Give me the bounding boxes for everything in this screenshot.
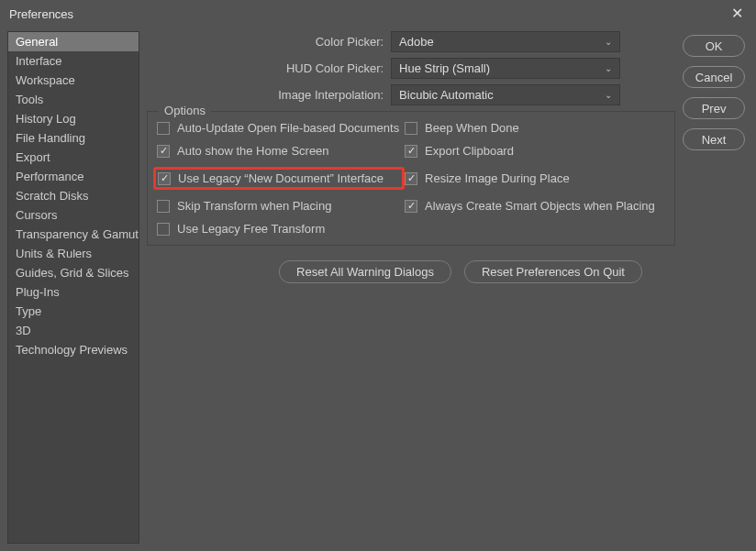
sidebar-item[interactable]: Guides, Grid & Slices xyxy=(8,263,139,282)
options-grid: Auto-Update Open File-based DocumentsBee… xyxy=(157,121,665,236)
checkbox-icon: ✓ xyxy=(405,200,417,213)
hud-color-picker-value: Hue Strip (Small) xyxy=(399,61,490,75)
sidebar-item-label: Performance xyxy=(16,170,83,183)
option-label: Export Clipboard xyxy=(425,144,514,158)
chevron-down-icon: ⌄ xyxy=(605,90,612,100)
sidebar-item[interactable]: Interface xyxy=(8,51,139,71)
option-checkbox[interactable]: Use Legacy Free Transform xyxy=(157,222,405,236)
cancel-button[interactable]: Cancel xyxy=(683,66,745,88)
sidebar-item[interactable]: Scratch Disks xyxy=(8,186,139,205)
sidebar-item[interactable]: File Handling xyxy=(8,128,139,148)
checkbox-icon: ✓ xyxy=(405,172,417,185)
sidebar-item[interactable]: Performance xyxy=(8,167,139,186)
sidebar-item[interactable]: Workspace xyxy=(8,71,139,90)
sidebar-item[interactable]: Technology Previews xyxy=(8,340,139,359)
sidebar-item-label: Scratch Disks xyxy=(16,189,88,203)
image-interpolation-value: Bicubic Automatic xyxy=(399,88,494,102)
sidebar-item-label: Technology Previews xyxy=(16,343,128,357)
sidebar-item-label: Cursors xyxy=(16,208,58,222)
prev-button[interactable]: Prev xyxy=(683,97,745,119)
option-checkbox[interactable]: Skip Transform when Placing xyxy=(157,199,405,213)
sidebar-item-label: Workspace xyxy=(16,73,75,87)
chevron-down-icon: ⌄ xyxy=(605,37,612,47)
option-label: Always Create Smart Objects when Placing xyxy=(425,199,655,213)
chevron-down-icon: ⌄ xyxy=(605,63,612,73)
sidebar-item[interactable]: Transparency & Gamut xyxy=(8,225,139,244)
color-picker-row: Color Picker: Adobe ⌄ xyxy=(145,31,675,52)
options-legend: Options xyxy=(159,104,211,117)
category-sidebar: GeneralInterfaceWorkspaceToolsHistory Lo… xyxy=(7,31,139,544)
hud-color-picker-row: HUD Color Picker: Hue Strip (Small) ⌄ xyxy=(145,58,675,79)
sidebar-item-label: Plug-Ins xyxy=(16,285,60,299)
sidebar-item-label: Type xyxy=(16,304,41,318)
checkbox-icon xyxy=(157,200,170,213)
hud-color-picker-select[interactable]: Hue Strip (Small) ⌄ xyxy=(391,58,620,79)
checkbox-icon xyxy=(157,223,170,236)
image-interpolation-row: Image Interpolation: Bicubic Automatic ⌄ xyxy=(145,84,675,105)
sidebar-item-label: Transparency & Gamut xyxy=(16,227,139,241)
window-title: Preferences xyxy=(9,7,73,21)
sidebar-item[interactable]: History Log xyxy=(8,109,139,128)
hud-color-picker-label: HUD Color Picker: xyxy=(145,61,384,75)
option-checkbox[interactable]: ✓Always Create Smart Objects when Placin… xyxy=(405,199,665,213)
checkbox-icon: ✓ xyxy=(157,145,170,158)
option-label: Skip Transform when Placing xyxy=(177,199,331,213)
option-label: Auto-Update Open File-based Documents xyxy=(177,121,399,135)
sidebar-item[interactable]: General xyxy=(8,32,139,51)
option-checkbox[interactable]: ✓Use Legacy “New Document” Interface xyxy=(153,167,405,190)
sidebar-item-label: Units & Rulers xyxy=(16,247,92,260)
next-button[interactable]: Next xyxy=(683,128,745,150)
close-icon[interactable]: ✕ xyxy=(731,6,743,21)
options-fieldset: Options Auto-Update Open File-based Docu… xyxy=(147,111,675,246)
image-interpolation-label: Image Interpolation: xyxy=(145,88,384,102)
sidebar-item-label: 3D xyxy=(16,324,31,337)
option-label: Use Legacy Free Transform xyxy=(177,222,325,236)
checkbox-icon xyxy=(405,122,417,135)
sidebar-item-label: History Log xyxy=(16,112,76,126)
sidebar-item-label: File Handling xyxy=(16,131,85,145)
sidebar-item-label: Guides, Grid & Slices xyxy=(16,266,129,280)
sidebar-item[interactable]: Cursors xyxy=(8,205,139,225)
sidebar-item[interactable]: Export xyxy=(8,148,139,167)
option-label: Auto show the Home Screen xyxy=(177,144,328,158)
titlebar: Preferences ✕ xyxy=(0,0,756,28)
sidebar-item-label: Tools xyxy=(16,93,43,106)
bottom-button-row: Reset All Warning Dialogs Reset Preferen… xyxy=(279,260,675,283)
option-label: Use Legacy “New Document” Interface xyxy=(178,171,384,185)
sidebar-item-label: General xyxy=(16,35,58,49)
sidebar-item[interactable]: Plug-Ins xyxy=(8,282,139,302)
dialog-body: GeneralInterfaceWorkspaceToolsHistory Lo… xyxy=(0,28,756,551)
dialog-buttons: OK Cancel Prev Next xyxy=(679,31,749,544)
color-picker-label: Color Picker: xyxy=(145,35,384,49)
sidebar-item[interactable]: Type xyxy=(8,302,139,321)
option-checkbox[interactable]: ✓Resize Image During Place xyxy=(405,167,665,190)
option-label: Resize Image During Place xyxy=(425,171,570,185)
option-checkbox[interactable]: ✓Export Clipboard xyxy=(405,144,665,158)
main-panel: Color Picker: Adobe ⌄ HUD Color Picker: … xyxy=(139,31,679,544)
color-picker-select[interactable]: Adobe ⌄ xyxy=(391,31,620,52)
reset-prefs-button[interactable]: Reset Preferences On Quit xyxy=(464,260,642,283)
sidebar-item-label: Export xyxy=(16,150,50,164)
option-checkbox[interactable]: Beep When Done xyxy=(405,121,665,135)
checkbox-icon: ✓ xyxy=(405,145,417,158)
ok-button[interactable]: OK xyxy=(683,35,745,57)
sidebar-item[interactable]: Tools xyxy=(8,90,139,109)
sidebar-item-label: Interface xyxy=(16,54,62,68)
option-checkbox[interactable]: ✓Auto show the Home Screen xyxy=(157,144,405,158)
color-picker-value: Adobe xyxy=(399,35,434,49)
checkbox-icon: ✓ xyxy=(158,172,171,185)
reset-warnings-button[interactable]: Reset All Warning Dialogs xyxy=(279,260,451,283)
image-interpolation-select[interactable]: Bicubic Automatic ⌄ xyxy=(391,84,620,105)
sidebar-item[interactable]: Units & Rulers xyxy=(8,244,139,263)
sidebar-item[interactable]: 3D xyxy=(8,321,139,340)
checkbox-icon xyxy=(157,122,170,135)
option-label: Beep When Done xyxy=(425,121,519,135)
option-checkbox[interactable]: Auto-Update Open File-based Documents xyxy=(157,121,405,135)
